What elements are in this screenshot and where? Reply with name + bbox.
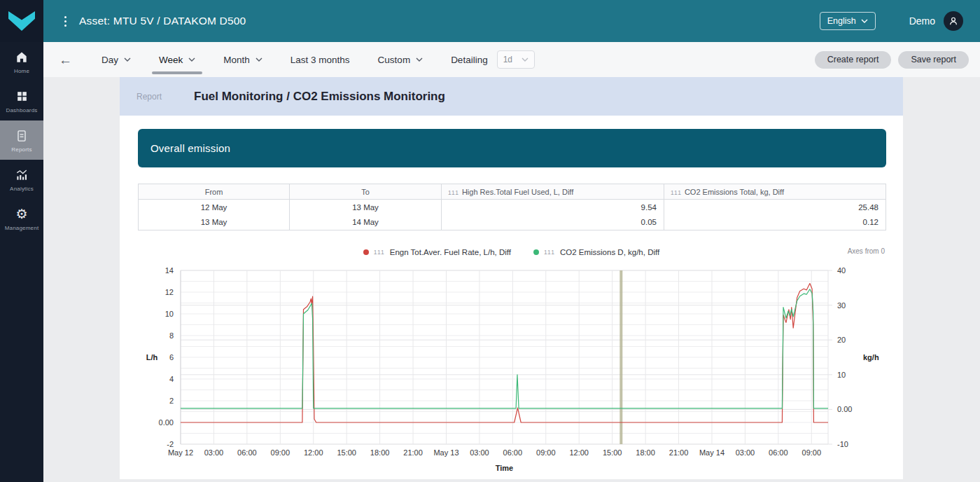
chevron-down-icon xyxy=(188,57,195,62)
sidebar-nav: HomeDashboardsReportsAnalytics⚙Managemen… xyxy=(0,42,43,238)
svg-text:20: 20 xyxy=(837,336,846,344)
sidebar-item-home[interactable]: Home xyxy=(0,42,43,81)
sidebar-item-label: Dashboards xyxy=(6,107,37,113)
table-row: 13 May14 May0.050.12 xyxy=(139,215,886,230)
svg-text:15:00: 15:00 xyxy=(337,448,356,457)
table-header: To xyxy=(290,184,442,200)
report-title: Fuel Monitoring / CO2 Emissions Monitori… xyxy=(194,90,445,104)
chevron-down-icon xyxy=(255,57,262,62)
svg-text:10: 10 xyxy=(165,310,174,318)
user-icon xyxy=(948,15,959,27)
page-title: Asset: MTU 5V / DATAKOM D500 xyxy=(79,15,246,27)
sidebar-item-label: Home xyxy=(14,68,29,74)
table-cell: 0.05 xyxy=(442,215,664,230)
svg-text:09:00: 09:00 xyxy=(536,448,556,457)
sidebar-item-analytics[interactable]: Analytics xyxy=(0,160,43,199)
legend-dot-icon xyxy=(363,249,369,255)
svg-text:0.00: 0.00 xyxy=(159,418,174,427)
back-button[interactable]: ← xyxy=(59,53,72,67)
svg-text:21:00: 21:00 xyxy=(669,448,689,457)
save-report-button[interactable]: Save report xyxy=(898,51,969,69)
sidebar-item-dashboards[interactable]: Dashboards xyxy=(0,81,43,120)
section-title: Overall emission xyxy=(150,142,230,154)
svg-text:15:00: 15:00 xyxy=(603,448,622,457)
table-cell: 13 May xyxy=(139,215,290,230)
table-header: 111High Res.Total Fuel Used, L, Diff xyxy=(442,184,664,200)
active-tab-underline xyxy=(152,71,202,74)
svg-text:May 14: May 14 xyxy=(699,448,724,457)
app-logo[interactable] xyxy=(0,0,43,42)
logo-chevron-icon xyxy=(8,11,35,31)
svg-text:30: 30 xyxy=(837,301,846,310)
tab-month[interactable]: Month xyxy=(222,50,264,69)
kebab-menu-icon[interactable] xyxy=(64,16,66,27)
chart-annotation-band xyxy=(620,270,622,444)
tab-label: Week xyxy=(159,55,183,65)
svg-text:09:00: 09:00 xyxy=(271,448,290,457)
create-report-button[interactable]: Create report xyxy=(815,51,892,69)
chevron-down-icon xyxy=(522,57,528,62)
user-name: Demo xyxy=(909,15,935,27)
sidebar-item-reports[interactable]: Reports xyxy=(0,120,43,160)
page-background: Report Fuel Monitoring / CO2 Emissions M… xyxy=(43,77,980,482)
table-cell: 12 May xyxy=(139,200,290,215)
tab-week[interactable]: Week xyxy=(158,50,197,69)
svg-text:18:00: 18:00 xyxy=(370,448,390,457)
table-cell: 9.54 xyxy=(442,200,664,215)
language-label: English xyxy=(827,16,856,26)
emissions-summary-table: FromTo111High Res.Total Fuel Used, L, Di… xyxy=(138,184,886,230)
tab-label: Day xyxy=(102,55,118,65)
emissions-chart[interactable]: 14121086420.00-2403020100.00-10May 1203:… xyxy=(120,263,903,476)
analytics-icon xyxy=(14,167,29,183)
table-row: 12 May13 May9.5425.48 xyxy=(139,200,886,215)
detailing-select[interactable]: 1d xyxy=(497,50,535,69)
dashboards-icon xyxy=(14,89,29,104)
report-panel: Report Fuel Monitoring / CO2 Emissions M… xyxy=(120,77,903,479)
svg-text:06:00: 06:00 xyxy=(237,448,257,457)
svg-text:2: 2 xyxy=(169,397,174,405)
legend-item[interactable]: 111Engn Tot.Aver. Fuel Rate, L/h, Diff xyxy=(363,248,511,256)
sidebar-item-management[interactable]: ⚙Management xyxy=(0,199,43,238)
table-cell: 25.48 xyxy=(664,200,886,215)
top-header: Asset: MTU 5V / DATAKOM D500 English Dem… xyxy=(43,0,980,42)
svg-text:14: 14 xyxy=(165,266,174,275)
svg-text:Time: Time xyxy=(496,464,513,472)
tab-label: Custom xyxy=(378,55,411,65)
language-selector[interactable]: English xyxy=(820,12,876,30)
svg-text:09:00: 09:00 xyxy=(802,448,822,457)
svg-text:21:00: 21:00 xyxy=(403,448,423,457)
svg-text:kg/h: kg/h xyxy=(863,353,879,362)
series-right xyxy=(181,289,828,408)
svg-text:12:00: 12:00 xyxy=(569,448,589,457)
chevron-down-icon xyxy=(124,57,131,62)
sidebar-item-label: Management xyxy=(5,225,39,231)
svg-text:6: 6 xyxy=(169,353,174,362)
table-cell: 13 May xyxy=(290,200,442,215)
legend-items: 111Engn Tot.Aver. Fuel Rate, L/h, Diff11… xyxy=(363,248,659,256)
chevron-down-icon xyxy=(416,57,423,62)
svg-text:May 13: May 13 xyxy=(433,448,458,457)
sidebar-item-label: Analytics xyxy=(10,186,34,192)
toolbar-actions: Create report Save report xyxy=(815,51,969,69)
table-header: From xyxy=(139,184,290,200)
svg-text:L/h: L/h xyxy=(146,353,158,362)
svg-text:10: 10 xyxy=(837,371,846,379)
tab-custom[interactable]: Custom xyxy=(377,50,425,69)
report-header-band: Report Fuel Monitoring / CO2 Emissions M… xyxy=(120,77,903,116)
legend-dot-icon xyxy=(533,249,539,255)
tab-label: Month xyxy=(223,55,250,65)
detailing-value: 1d xyxy=(503,55,512,64)
detailing-group: Detailing 1d xyxy=(451,50,535,69)
detailing-label: Detailing xyxy=(451,55,488,65)
series-left xyxy=(181,284,828,422)
report-kicker: Report xyxy=(136,92,180,102)
chevron-down-icon xyxy=(861,19,868,23)
svg-text:0.00: 0.00 xyxy=(837,405,852,413)
tab-day[interactable]: Day xyxy=(100,50,132,69)
tab-label: Last 3 months xyxy=(290,55,350,65)
home-icon xyxy=(14,50,29,65)
tab-last-3-months[interactable]: Last 3 months xyxy=(289,50,351,69)
legend-item[interactable]: 111CO2 Emissions D, kg/h, Diff xyxy=(533,248,659,256)
avatar[interactable] xyxy=(944,11,963,31)
sidebar-item-label: Reports xyxy=(11,146,31,153)
